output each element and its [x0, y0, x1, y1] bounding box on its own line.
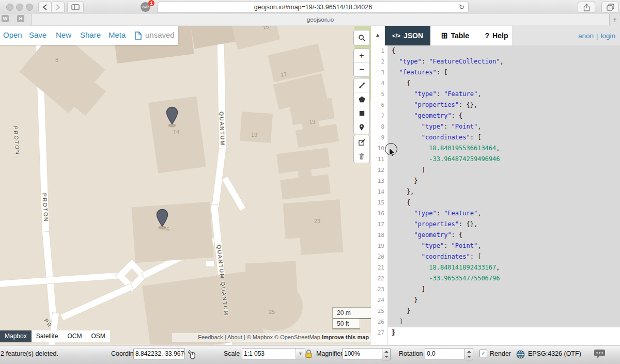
- back-button[interactable]: [38, 2, 52, 13]
- minimize-window-button[interactable]: [16, 4, 23, 11]
- line-number: 24: [371, 295, 388, 306]
- pinned-tab-w[interactable]: W: [2, 15, 9, 22]
- street-label: PROTON: [41, 193, 50, 223]
- crs-button[interactable]: [516, 350, 525, 359]
- map-canvas[interactable]: 8 15 17 19 19 14 16 23 25 PROTON PROTON …: [0, 26, 371, 345]
- share-icon: [583, 4, 590, 11]
- line-number: 20: [371, 251, 388, 262]
- magnifier-spinner[interactable]: [382, 348, 391, 360]
- draw-rectangle-button[interactable]: [354, 106, 369, 120]
- json-editor[interactable]: 1{2 "type": "FeatureCollection",3 "featu…: [371, 45, 620, 345]
- rotation-input[interactable]: 0,0: [425, 348, 465, 359]
- username-label: anon: [578, 32, 594, 40]
- improve-map-link[interactable]: Improve this map: [322, 334, 369, 340]
- panel-tabs: </> JSON ⊞ Table ? Help anon | login: [385, 26, 620, 45]
- menu-share[interactable]: Share: [80, 30, 101, 39]
- editor-line: 6 "properties": {},: [371, 100, 620, 110]
- layer-osm[interactable]: OSM: [86, 330, 110, 342]
- editor-line: 17 "properties": {},: [371, 219, 620, 230]
- about-link[interactable]: About: [227, 334, 242, 340]
- street-label: PROTON: [12, 125, 21, 155]
- magnifier-input[interactable]: 100%: [342, 348, 382, 359]
- new-tab-button[interactable]: +: [610, 14, 620, 25]
- editor-line: 20 "coordinates": [: [371, 251, 620, 262]
- editor-line: 15 {: [371, 197, 620, 208]
- layer-ocm[interactable]: OCM: [63, 330, 86, 342]
- speech-bubble-icon: [594, 349, 606, 359]
- mouse-icon: [187, 350, 197, 359]
- coordinate-input[interactable]: 8.842232,-33.967060: [133, 348, 185, 359]
- tab-json[interactable]: </> JSON: [385, 26, 430, 45]
- editor-line: 18 "geometry": {: [371, 230, 620, 241]
- geocoder-group: [353, 30, 370, 45]
- messages-button[interactable]: [593, 349, 607, 359]
- search-button[interactable]: [354, 30, 369, 45]
- line-number: 1: [371, 45, 388, 56]
- scale-combobox[interactable]: 1:1 053 ▼: [242, 348, 305, 359]
- draw-polygon-button[interactable]: [354, 92, 369, 106]
- zoom-window-button[interactable]: [26, 4, 33, 11]
- menu-meta[interactable]: Meta: [109, 30, 126, 39]
- scale-lock-button[interactable]: [304, 348, 313, 359]
- forward-button[interactable]: [51, 2, 65, 13]
- zoom-out-button[interactable]: −: [354, 63, 369, 76]
- editor-line: 16 "type": "Feature",: [371, 208, 620, 219]
- trash-icon: [358, 152, 365, 160]
- draw-line-button[interactable]: [354, 78, 369, 92]
- unsaved-status: unsaved: [145, 30, 175, 39]
- draw-marker-button[interactable]: [354, 120, 369, 134]
- zoom-in-button[interactable]: +: [354, 49, 369, 63]
- map-building: [131, 202, 213, 263]
- editor-line: 1{: [371, 45, 620, 56]
- delete-feature-button[interactable]: [354, 149, 369, 163]
- line-number: 7: [371, 110, 388, 121]
- menu-open[interactable]: Open: [3, 30, 22, 39]
- menu-new[interactable]: New: [56, 30, 71, 39]
- reload-icon[interactable]: ↻: [459, 2, 464, 12]
- attribution-divider: |: [225, 334, 226, 340]
- pinned-tab-h[interactable]: H: [17, 15, 24, 22]
- share-button[interactable]: [578, 2, 595, 13]
- layer-satellite[interactable]: Satellite: [32, 330, 63, 342]
- sidebar-toggle-button[interactable]: [67, 2, 84, 13]
- edit-feature-button[interactable]: [354, 135, 369, 149]
- tab-table[interactable]: ⊞ Table: [436, 26, 475, 45]
- login-link[interactable]: login: [600, 32, 615, 40]
- line-tool-icon: [358, 82, 366, 89]
- line-number: 26: [371, 316, 388, 327]
- feedback-link[interactable]: Feedback: [198, 334, 223, 340]
- browser-toolbar: ABP 1 geojson.io/#map=19/-33.96514/18.34…: [0, 0, 620, 14]
- map-road: [61, 283, 133, 320]
- adblock-button[interactable]: ABP 1: [141, 2, 153, 12]
- map-marker[interactable]: [165, 106, 179, 128]
- rotation-spinner[interactable]: [465, 348, 473, 360]
- auth-area: anon | login: [512, 26, 620, 45]
- line-number: 3: [371, 67, 388, 78]
- tab-overview-button[interactable]: [601, 2, 619, 13]
- auth-divider: |: [596, 32, 598, 40]
- building-number-label: 19: [251, 132, 257, 138]
- line-number: 12: [371, 165, 388, 176]
- tab-help[interactable]: ? Help: [481, 26, 512, 45]
- active-tab[interactable]: geojson.io: [31, 14, 610, 25]
- menu-save[interactable]: Save: [29, 30, 47, 39]
- line-number: 16: [371, 208, 388, 219]
- building-number-label: 19: [308, 118, 316, 125]
- globe-icon: [516, 350, 525, 359]
- map-building: [240, 112, 273, 143]
- epsg-label[interactable]: EPSG:4326 (OTF): [528, 350, 581, 357]
- close-window-button[interactable]: [6, 4, 13, 11]
- map-marker[interactable]: [156, 209, 169, 230]
- chevron-right-icon: [55, 4, 60, 11]
- scale-bar-metric: 20 m: [332, 307, 371, 319]
- layer-mapbox[interactable]: Mapbox: [0, 330, 32, 342]
- adblock-badge: 1: [148, 0, 154, 6]
- mouse-cursor: [389, 148, 395, 157]
- url-field[interactable]: geojson.io/#map=19/-33.96514/18.34026 ↻: [158, 2, 469, 13]
- mouse-position-toggle[interactable]: [185, 349, 198, 360]
- geojson-menu-bar: Open Save New Share Meta unsaved: [0, 26, 178, 45]
- render-checkbox[interactable]: ✓: [479, 350, 487, 357]
- panel-collapse-button[interactable]: ▲: [375, 32, 380, 38]
- marker-pin-icon: [165, 106, 179, 128]
- editor-lines: 1{2 "type": "FeatureCollection",3 "featu…: [371, 45, 620, 338]
